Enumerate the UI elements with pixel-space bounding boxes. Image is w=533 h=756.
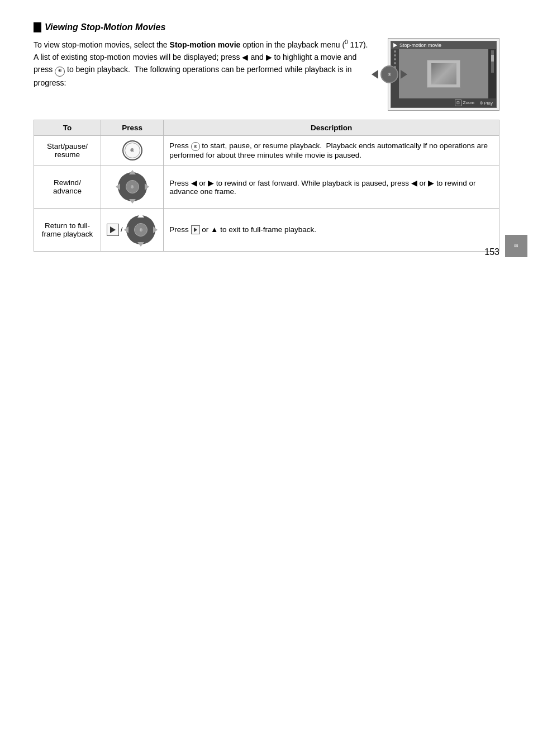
table-cell-desc-1: Press ® to start, pause, or resume playb… bbox=[164, 136, 499, 166]
cam-right-arrow bbox=[401, 70, 407, 79]
cam-left-arrow bbox=[372, 70, 378, 79]
section-header: Viewing Stop-Motion Movies bbox=[34, 22, 499, 32]
play-triangle-icon bbox=[110, 226, 116, 233]
bottom-right-icon: ✉ bbox=[505, 235, 527, 257]
cam-dot-3 bbox=[394, 58, 396, 60]
cam-dpad-overlay: ® bbox=[372, 65, 407, 83]
cam-dot-1 bbox=[394, 50, 396, 53]
cam-dot-2 bbox=[394, 54, 396, 56]
table-row: Start/pause/resume ® Press ® to start, p… bbox=[34, 136, 499, 166]
cam-dot-4 bbox=[394, 62, 396, 64]
table-cell-to-1: Start/pause/resume bbox=[34, 136, 101, 166]
camera-screen: Stop-motion movie bbox=[391, 41, 497, 108]
intro-area: To view stop-motion movies, select the S… bbox=[34, 38, 499, 111]
dpad-combo-left-arrow bbox=[124, 226, 129, 233]
cam-bottombar: ⊡ Zoom ® Play bbox=[391, 98, 496, 107]
dpad-left-arrow bbox=[116, 183, 120, 190]
table-cell-press-2: ® bbox=[101, 166, 164, 209]
table-cell-desc-3: Press or ▲ to exit to full-frame playbac… bbox=[164, 209, 499, 252]
cam-topbar-label: Stop-motion movie bbox=[399, 42, 441, 48]
ok-button-icon: ® bbox=[122, 140, 142, 160]
operations-table: To Press Description Start/pause/resume … bbox=[34, 120, 499, 252]
cam-play-label: ® Play bbox=[480, 101, 493, 106]
play-icon-inline bbox=[191, 225, 200, 234]
intro-text: To view stop-motion movies, select the S… bbox=[34, 38, 377, 89]
table-header-to: To bbox=[34, 120, 101, 136]
table-cell-press-3: / ® bbox=[101, 209, 164, 252]
cam-topbar: Stop-motion movie bbox=[391, 41, 496, 49]
cam-image bbox=[431, 63, 456, 84]
cam-zoom-label: ⊡ Zoom bbox=[455, 100, 474, 106]
page-content: Viewing Stop-Motion Movies To view stop-… bbox=[0, 0, 533, 274]
table-row: Rewind/advance ® bbox=[34, 166, 499, 209]
dpad-up-arrow bbox=[129, 170, 136, 174]
dpad-combo-down-arrow bbox=[137, 242, 144, 247]
dpad-right-arrow bbox=[145, 183, 149, 190]
cam-play-icon bbox=[393, 43, 397, 48]
table-row: Return to full-frame playback / ® bbox=[34, 209, 499, 252]
table-cell-press-1: ® bbox=[101, 136, 164, 166]
table-cell-to-3: Return to full-frame playback bbox=[34, 209, 101, 252]
cam-sidebar-right bbox=[488, 49, 496, 98]
play-button-icon bbox=[107, 224, 119, 236]
cam-main-area bbox=[399, 49, 488, 98]
dpad-combo-up-arrow bbox=[137, 213, 144, 218]
cam-thumbnail bbox=[427, 60, 460, 88]
dpad-down-arrow bbox=[129, 199, 136, 204]
page-number: 153 bbox=[484, 247, 499, 257]
table-header-description: Description bbox=[164, 120, 499, 136]
section-icon bbox=[34, 22, 41, 32]
table-cell-desc-2: Press ◀ or ▶ to rewind or fast forward. … bbox=[164, 166, 499, 209]
dpad-icon: ® bbox=[116, 170, 149, 204]
dpad-combo-right-arrow bbox=[153, 226, 158, 233]
cam-ok-btn: ® bbox=[380, 65, 398, 83]
table-cell-to-2: Rewind/advance bbox=[34, 166, 101, 209]
section-title: Viewing Stop-Motion Movies bbox=[45, 22, 165, 32]
table-header-press: Press bbox=[101, 120, 164, 136]
camera-preview: Stop-motion movie bbox=[388, 38, 499, 111]
dpad-combo-icon: ® bbox=[124, 213, 158, 247]
